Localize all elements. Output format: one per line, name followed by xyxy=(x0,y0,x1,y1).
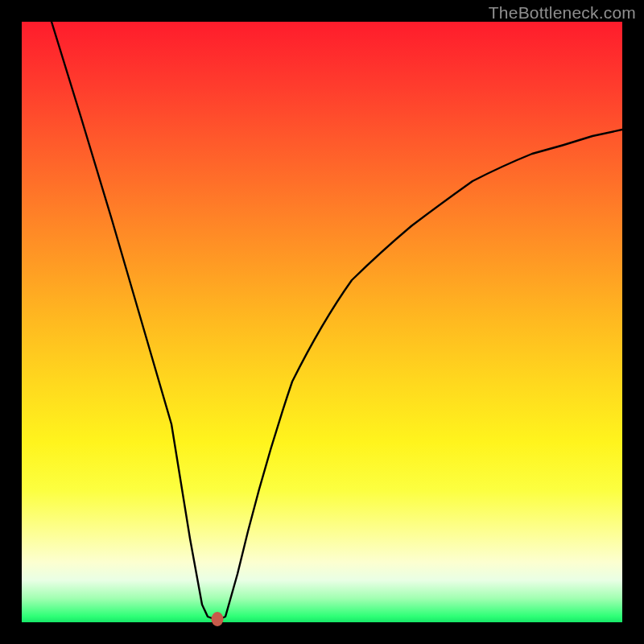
watermark: TheBottleneck.com xyxy=(489,3,636,23)
plot-area xyxy=(22,22,622,622)
curve-path xyxy=(52,22,622,619)
chart-frame: TheBottleneck.com xyxy=(0,0,644,644)
bottleneck-curve xyxy=(22,22,622,622)
optimum-marker xyxy=(212,612,224,626)
